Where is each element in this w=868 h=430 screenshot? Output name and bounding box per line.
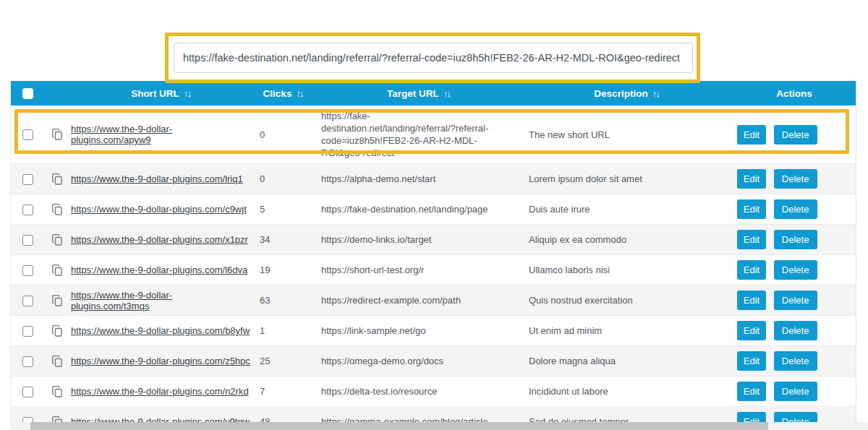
header-short-url[interactable]: Short URL↑↓	[71, 81, 250, 106]
description-value: Sed do eiusmod tempor	[522, 407, 731, 423]
copy-icon[interactable]	[51, 385, 64, 398]
row-checkbox[interactable]	[22, 387, 33, 397]
row-copy-cell	[44, 377, 71, 407]
actions-cell: Edit Delete	[731, 164, 856, 194]
row-checkbox-cell	[11, 225, 44, 255]
edit-button[interactable]: Edit	[737, 199, 766, 219]
short-url-link[interactable]: https://www.the-9-dollar-plugins.com/c9w…	[71, 204, 247, 215]
row-checkbox[interactable]	[22, 296, 33, 306]
row-checkbox-cell	[11, 164, 44, 194]
edit-button[interactable]: Edit	[737, 291, 766, 310]
short-url-link[interactable]: https://www.the-9-dollar-plugins.com/x1p…	[71, 234, 248, 245]
edit-button[interactable]: Edit	[737, 382, 766, 401]
edit-button[interactable]: Edit	[737, 412, 766, 423]
row-checkbox-cell	[11, 407, 44, 423]
sort-icon: ↑↓	[184, 88, 190, 99]
table-row: https://www.the-9-dollar-plugins.com/x1p…	[11, 225, 856, 255]
row-copy-cell	[44, 255, 71, 285]
short-urls-table: Short URL↑↓ Clicks↑↓ Target URL↑↓ Descri…	[10, 81, 856, 423]
row-checkbox[interactable]	[22, 205, 33, 215]
short-url-cell: https://www.the-9-dollar-plugins.com/c9w…	[71, 194, 250, 225]
short-url-link[interactable]: https://www.the-9-dollar-plugins.com/n2r…	[71, 386, 249, 397]
row-copy-cell	[44, 346, 71, 377]
target-url-value: https://delta-test.io/resource	[315, 377, 522, 407]
delete-button[interactable]: Delete	[774, 412, 817, 423]
sort-icon: ↑↓	[296, 88, 302, 99]
short-url-link[interactable]: https://www.the-9-dollar-plugins.com/lri…	[71, 173, 243, 184]
horizontal-scrollbar-thumb[interactable]	[30, 422, 768, 430]
delete-button[interactable]: Delete	[774, 351, 817, 371]
copy-icon[interactable]	[51, 264, 64, 277]
header-clicks[interactable]: Clicks↑↓	[250, 81, 315, 106]
table-row: https://www.the-9-dollar-plugins.com/c9w…	[11, 194, 856, 225]
copy-icon[interactable]	[51, 233, 64, 246]
row-checkbox-cell	[11, 285, 44, 316]
row-checkbox[interactable]	[22, 174, 33, 185]
short-url-link[interactable]: https://www.the-9-dollar-plugins.com/t3m…	[71, 290, 172, 311]
row-checkbox-cell	[11, 346, 44, 377]
actions-cell: Edit Delete	[731, 316, 856, 346]
description-value: Lorem ipsum dolor sit amet	[522, 164, 731, 194]
row-checkbox[interactable]	[22, 326, 33, 337]
target-url-value: https://fake-destination.net/landing/ref…	[315, 106, 522, 164]
short-url-cell: https://www.the-9-dollar-plugins.com/x1p…	[71, 225, 250, 255]
header-actions: Actions	[731, 81, 856, 106]
description-value: Incididunt ut labore	[522, 377, 731, 407]
delete-button[interactable]: Delete	[774, 291, 817, 310]
short-url-link[interactable]: https://www.the-9-dollar-plugins.com/l6d…	[71, 265, 247, 275]
row-checkbox[interactable]	[22, 265, 33, 276]
delete-button[interactable]: Delete	[774, 199, 817, 219]
edit-button[interactable]: Edit	[737, 230, 766, 249]
actions-cell: Edit Delete	[731, 285, 856, 316]
edit-button[interactable]: Edit	[737, 169, 766, 189]
short-url-cell: https://www.the-9-dollar-plugins.com/lri…	[71, 164, 250, 194]
clicks-value: 1	[250, 316, 315, 346]
row-checkbox[interactable]	[22, 129, 33, 140]
copy-icon[interactable]	[51, 128, 64, 141]
description-value: Quis nostrud exercitation	[522, 285, 731, 316]
target-url-value: https://short-url-test.org/r	[315, 255, 522, 285]
description-value: Ullamco laboris nisi	[522, 255, 731, 285]
short-url-link[interactable]: https://www.the-9-dollar-plugins.com/apy…	[71, 124, 172, 145]
edit-button[interactable]: Edit	[737, 351, 766, 371]
short-url-link[interactable]: https://www.the-9-dollar-plugins.com/b8y…	[71, 325, 250, 336]
edit-button[interactable]: Edit	[737, 260, 766, 280]
delete-button[interactable]: Delete	[774, 125, 817, 145]
header-target-url[interactable]: Target URL↑↓	[315, 81, 522, 106]
delete-button[interactable]: Delete	[774, 230, 817, 249]
select-all-checkbox[interactable]	[22, 88, 33, 99]
table-row: https://www.the-9-dollar-plugins.com/t3m…	[11, 285, 856, 316]
short-url-cell: https://www.the-9-dollar-plugins.com/t3m…	[71, 285, 250, 316]
target-url-value: https://gamma-example.com/blog/article	[315, 407, 522, 423]
edit-button[interactable]: Edit	[737, 125, 766, 145]
delete-button[interactable]: Delete	[774, 382, 817, 401]
actions-cell: Edit Delete	[731, 106, 856, 164]
header-short-url-label: Short URL	[131, 88, 179, 99]
short-url-cell: https://www.the-9-dollar-plugins.com/apy…	[71, 106, 250, 164]
row-checkbox[interactable]	[22, 235, 33, 246]
table-row: https://www.the-9-dollar-plugins.com/lri…	[11, 164, 856, 194]
header-description[interactable]: Description↑↓	[522, 81, 731, 106]
short-url-cell: https://www.the-9-dollar-plugins.com/z5h…	[71, 346, 250, 377]
target-url-value: https://redirect-example.com/path	[315, 285, 522, 316]
short-url-link[interactable]: https://www.the-9-dollar-plugins.com/z5h…	[71, 356, 250, 366]
row-checkbox-cell	[11, 255, 44, 285]
actions-cell: Edit Delete	[731, 377, 856, 407]
target-url-input[interactable]	[174, 43, 693, 73]
copy-icon[interactable]	[51, 294, 64, 307]
target-url-value: https://omega-demo.org/docs	[315, 346, 522, 377]
copy-icon[interactable]	[51, 355, 64, 368]
actions-cell: Edit Delete	[731, 194, 856, 225]
copy-icon[interactable]	[51, 203, 64, 216]
clicks-value: 34	[250, 225, 315, 255]
target-url-value: https://alpha-demo.net/start	[315, 164, 522, 194]
copy-icon[interactable]	[51, 173, 64, 186]
delete-button[interactable]: Delete	[774, 260, 817, 280]
row-checkbox[interactable]	[22, 356, 33, 367]
delete-button[interactable]: Delete	[774, 321, 817, 340]
copy-icon[interactable]	[51, 324, 64, 337]
delete-button[interactable]: Delete	[774, 169, 817, 189]
edit-button[interactable]: Edit	[737, 321, 766, 340]
short-url-manager-page: Short URL↑↓ Clicks↑↓ Target URL↑↓ Descri…	[0, 0, 868, 430]
row-copy-cell	[44, 164, 71, 194]
